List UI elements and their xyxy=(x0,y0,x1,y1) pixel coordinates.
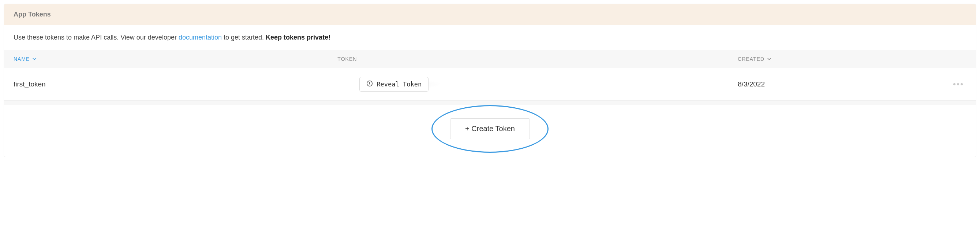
reveal-token-label: Reveal Token xyxy=(377,81,422,88)
column-header-created[interactable]: CREATED xyxy=(738,56,909,62)
dot-icon xyxy=(953,83,956,85)
dot-icon xyxy=(957,83,959,85)
more-actions-button[interactable] xyxy=(951,81,965,88)
token-actions-cell xyxy=(909,81,966,88)
app-tokens-card: App Tokens Use these tokens to make API … xyxy=(4,4,976,157)
column-header-token: TOKEN xyxy=(337,56,738,62)
table-row: first_token Reveal Token 8/3/2022 xyxy=(4,68,976,101)
token-created-cell: 8/3/2022 xyxy=(738,80,909,88)
subtext-pre: Use these tokens to make API calls. View… xyxy=(14,34,178,41)
svg-point-2 xyxy=(370,85,370,85)
alert-circle-icon xyxy=(366,80,373,88)
spacer-row xyxy=(4,101,976,105)
token-name-cell: first_token xyxy=(14,80,337,88)
subtext-strong: Keep tokens private! xyxy=(266,34,331,41)
documentation-link[interactable]: documentation xyxy=(178,34,222,41)
column-header-name-label: NAME xyxy=(14,56,30,62)
card-subtext: Use these tokens to make API calls. View… xyxy=(4,25,976,50)
chevron-down-icon xyxy=(33,57,36,61)
dot-icon xyxy=(961,83,963,85)
column-header-name[interactable]: NAME xyxy=(14,56,337,62)
column-header-token-label: TOKEN xyxy=(337,56,357,62)
column-header-created-label: CREATED xyxy=(738,56,764,62)
table-header: NAME TOKEN CREATED xyxy=(4,50,976,68)
chevron-down-icon xyxy=(767,57,771,61)
create-token-button[interactable]: + Create Token xyxy=(450,118,530,139)
card-title: App Tokens xyxy=(14,11,51,18)
token-value-cell: Reveal Token xyxy=(337,77,738,92)
card-header: App Tokens xyxy=(4,4,976,25)
reveal-token-button[interactable]: Reveal Token xyxy=(360,77,428,92)
card-footer: + Create Token xyxy=(4,105,976,157)
subtext-post: to get started. xyxy=(222,34,266,41)
